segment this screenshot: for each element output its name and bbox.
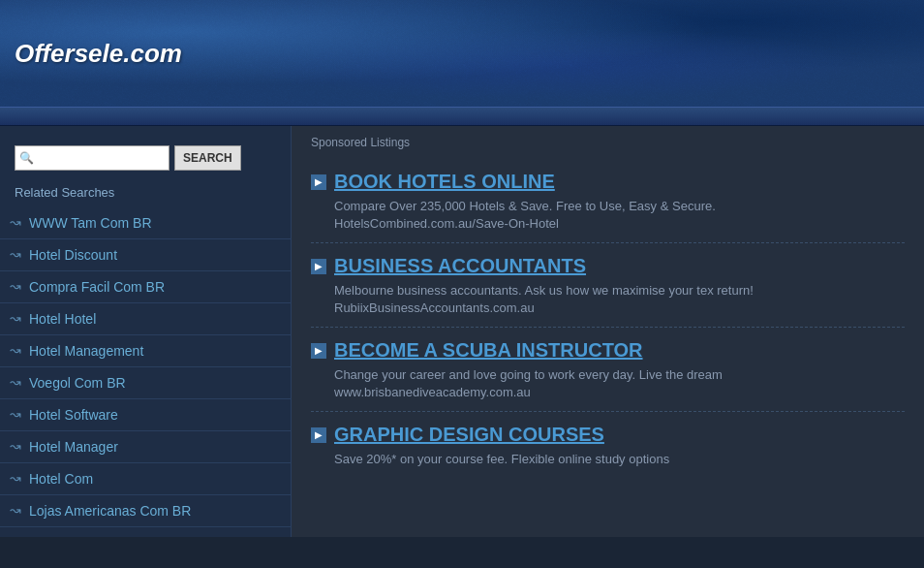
sidebar-item[interactable]: Compra Facil Com BR: [0, 271, 291, 303]
sidebar-link[interactable]: WWW Tam Com BR: [29, 215, 152, 231]
ad-description: Save 20%* on your course fee. Flexible o…: [311, 452, 905, 466]
ad-url: www.brisbanediveacademy.com.au: [311, 385, 905, 399]
sidebar-item[interactable]: Hotel Management: [0, 335, 291, 367]
sidebar-link[interactable]: Hotel Management: [29, 343, 143, 359]
sidebar-link[interactable]: Lojas Americanas Com BR: [29, 503, 191, 519]
sidebar-link[interactable]: Hotel Software: [29, 407, 118, 423]
sidebar-link[interactable]: Voegol Com BR: [29, 375, 126, 391]
sidebar-item[interactable]: Hotel Software: [0, 399, 291, 431]
search-icon: 🔍: [19, 151, 34, 165]
ad-entry: ▶ BECOME A SCUBA INSTRUCTOR Change your …: [311, 328, 905, 412]
search-input-wrapper: 🔍: [15, 145, 169, 171]
ad-title-link[interactable]: BECOME A SCUBA INSTRUCTOR: [334, 339, 643, 362]
ad-title-row: ▶ BUSINESS ACCOUNTANTS: [311, 255, 905, 277]
main-area: 🔍 SEARCH Related Searches WWW Tam Com BR…: [0, 126, 924, 537]
sidebar-item[interactable]: Hotel Hotel: [0, 303, 291, 335]
sidebar: 🔍 SEARCH Related Searches WWW Tam Com BR…: [0, 126, 291, 537]
decorative-band: [0, 107, 924, 126]
ad-title-link[interactable]: BUSINESS ACCOUNTANTS: [334, 255, 586, 277]
ad-url: HotelsCombined.com.au/Save-On-Hotel: [311, 216, 905, 231]
ad-arrow-icon: ▶: [311, 259, 326, 274]
header: Offersele.com: [0, 0, 924, 107]
sidebar-link[interactable]: Hotel Com: [29, 471, 93, 487]
sponsored-label: Sponsored Listings: [311, 136, 905, 149]
sidebar-item[interactable]: Lojas Americanas Com BR: [0, 495, 291, 527]
sidebar-item[interactable]: Hotel Com: [0, 463, 291, 495]
ad-title-row: ▶ BOOK HOTELS ONLINE: [311, 171, 905, 193]
sidebar-link[interactable]: Hotel Hotel: [29, 311, 96, 327]
search-bar: 🔍 SEARCH: [0, 136, 291, 180]
search-button[interactable]: SEARCH: [174, 145, 241, 171]
ad-url: RubiixBusinessAccountants.com.au: [311, 300, 905, 315]
search-input[interactable]: [15, 145, 169, 171]
site-title[interactable]: Offersele.com: [15, 39, 182, 69]
ad-arrow-icon: ▶: [311, 427, 326, 443]
sidebar-link[interactable]: Compra Facil Com BR: [29, 279, 165, 295]
ad-title-link[interactable]: GRAPHIC DESIGN COURSES: [334, 424, 604, 446]
sidebar-item[interactable]: WWW Tam Com BR: [0, 207, 291, 239]
ad-description: Compare Over 235,000 Hotels & Save. Free…: [311, 199, 905, 213]
ad-title-row: ▶ BECOME A SCUBA INSTRUCTOR: [311, 339, 905, 362]
ad-title-link[interactable]: BOOK HOTELS ONLINE: [334, 171, 555, 193]
ad-entry: ▶ BUSINESS ACCOUNTANTS Melbourne busines…: [311, 243, 905, 328]
sidebar-link[interactable]: Hotel Manager: [29, 439, 118, 455]
ad-title-row: ▶ GRAPHIC DESIGN COURSES: [311, 424, 905, 446]
sidebar-item[interactable]: Hotel Manager: [0, 431, 291, 463]
content-area: Sponsored Listings ▶ BOOK HOTELS ONLINE …: [291, 126, 924, 537]
ad-description: Melbourne business accountants. Ask us h…: [311, 283, 905, 298]
ad-arrow-icon: ▶: [311, 343, 326, 359]
ad-entry: ▶ GRAPHIC DESIGN COURSES Save 20%* on yo…: [311, 412, 905, 481]
sidebar-nav: WWW Tam Com BR Hotel Discount Compra Fac…: [0, 207, 291, 527]
sidebar-item[interactable]: Voegol Com BR: [0, 367, 291, 399]
ad-arrow-icon: ▶: [311, 174, 326, 190]
ad-description: Change your career and love going to wor…: [311, 367, 905, 382]
ad-entry: ▶ BOOK HOTELS ONLINE Compare Over 235,00…: [311, 159, 905, 243]
sidebar-item[interactable]: Hotel Discount: [0, 239, 291, 271]
related-searches-label: Related Searches: [0, 180, 291, 207]
sidebar-link[interactable]: Hotel Discount: [29, 247, 117, 263]
